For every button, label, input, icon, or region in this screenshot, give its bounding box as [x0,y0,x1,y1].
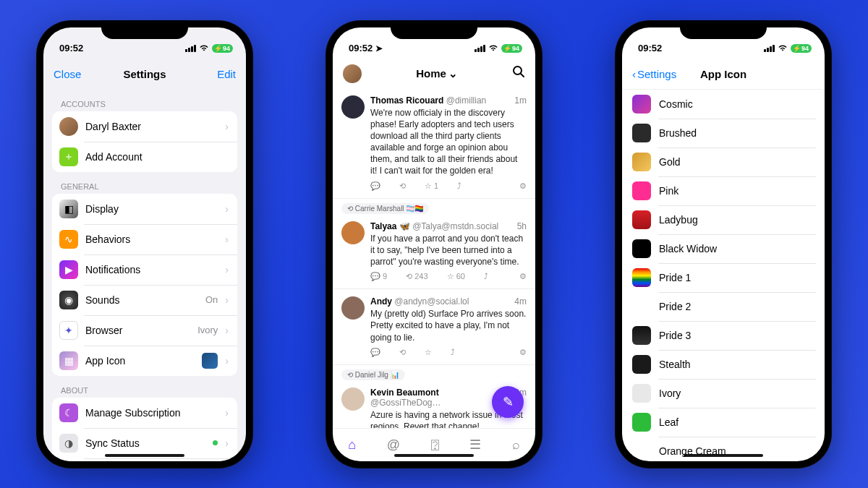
behaviors-row[interactable]: ∿ Behaviors › [52,224,237,254]
icon-list[interactable]: Cosmic Brushed Gold Pink Ladybug Black W… [622,90,825,461]
tab-home[interactable]: ⌂ [348,437,356,453]
row-label: Sync Status [85,437,205,449]
row-label: Behaviors [85,234,218,245]
reply-button[interactable]: 💬 [370,181,380,191]
post[interactable]: 5h Talyaa 🦋 @Talya@mstdn.social If you h… [333,214,535,290]
chevron-icon: › [225,325,229,336]
icon-option[interactable]: Orange Cream [631,437,816,461]
icon-option[interactable]: Pride 3 [631,321,816,350]
tab-search[interactable]: ⌕ [512,437,520,453]
share-button[interactable]: ⤴ [457,181,461,191]
fav-button[interactable]: ☆ [425,348,432,357]
post-handle: @GossiTheDog… [370,398,441,408]
boost-label: ⟲ Carrie Marshall 🏳️‍⚧️🏳️‍🌈 [341,203,429,214]
post-actions: 💬 9 ⟲ 243 ☆ 60 ⤴ ⚙ [370,272,527,281]
icon-option[interactable]: Pride 2 [631,292,816,321]
post[interactable]: 1m Thomas Ricouard @dimillian We're now … [333,88,535,199]
nav-bar: Close Settings Edit [43,59,246,90]
feed-title[interactable]: Home⌄ [416,67,458,80]
home-indicator[interactable] [684,454,763,457]
share-button[interactable]: ⤴ [484,272,488,281]
post-author[interactable]: Andy [370,296,392,307]
share-button[interactable]: ⤴ [451,348,455,357]
sounds-row[interactable]: ◉ Sounds On › [52,285,237,315]
icon-option[interactable]: Brushed [631,119,816,147]
tab-lists[interactable]: ☰ [469,437,481,453]
display-row[interactable]: ◧ Display › [52,194,237,224]
tab-profile[interactable]: ⍰ [431,437,439,453]
icon-option[interactable]: Gold [631,147,816,176]
more-button[interactable]: ⚙ [519,272,527,281]
row-detail: Ivory [197,325,218,335]
post-author[interactable]: Talyaa 🦋 [370,221,410,231]
post-author[interactable]: Thomas Ricouard [370,95,443,106]
row-label: App Icon [85,355,195,367]
post-time: 1m [514,95,527,106]
icon-option[interactable]: Black Widow [631,234,816,263]
post-text: My (pretty old) Surface Pro arrives soon… [370,308,527,343]
post-text: We're now officialy in the discovery pha… [370,107,527,177]
reply-button[interactable]: 💬 [370,348,380,357]
compose-button[interactable]: ✎ [492,386,524,418]
home-indicator[interactable] [394,454,474,457]
post-handle: @Talya@mstdn.social [412,221,498,231]
edit-button[interactable]: Edit [217,68,236,80]
signal-icon [475,45,485,52]
add-account-row[interactable]: ＋ Add Account [52,142,237,172]
fav-button[interactable]: ☆ 1 [425,181,438,191]
boost-label: ⟲ Daniel Jilg 📊 [341,369,405,380]
icon-option[interactable]: Cosmic [631,90,816,119]
icon-label: Pink [659,185,678,197]
icon-option[interactable]: Pride 1 [631,263,816,292]
back-button[interactable]: ‹Settings [632,68,676,80]
row-label: Notifications [85,264,218,275]
appicon-icon: ▦ [59,351,78,370]
more-button[interactable]: ⚙ [519,181,527,191]
browser-row[interactable]: ✦ Browser Ivory › [52,315,237,346]
post-handle: @dimillian [446,95,487,106]
boost-button[interactable]: ⟲ [399,181,406,191]
chevron-icon: › [225,121,229,132]
display-icon: ◧ [59,200,78,218]
support-row[interactable]: ✧ Support › [52,458,237,461]
account-name: Daryl Baxter [85,121,218,132]
avatar[interactable] [341,388,365,411]
icon-label: Leaf [659,416,678,428]
reply-button[interactable]: 💬 9 [370,272,387,281]
row-label: Display [85,203,218,215]
fav-button[interactable]: ☆ 60 [447,272,465,281]
post-author[interactable]: Kevin Beaumont [370,388,439,398]
tab-mentions[interactable]: @ [387,437,400,453]
notch [391,20,477,39]
close-button[interactable]: Close [54,68,81,80]
avatar[interactable] [341,221,365,244]
behaviors-icon: ∿ [59,230,78,249]
boost-button[interactable]: ⟲ 243 [406,272,427,281]
icon-preview [632,297,651,316]
icon-option[interactable]: Ivory [631,379,816,408]
account-row[interactable]: Daryl Baxter › [52,111,237,142]
feed[interactable]: 1m Thomas Ricouard @dimillian We're now … [333,88,535,428]
avatar[interactable] [341,296,365,320]
appicon-row[interactable]: ▦ App Icon › [52,346,237,376]
home-indicator[interactable] [105,454,184,457]
avatar [59,117,78,136]
icon-label: Ladybug [659,214,698,226]
search-button[interactable] [512,65,525,82]
icon-option[interactable]: Pink [631,176,816,205]
icon-option[interactable]: Leaf [631,408,816,437]
avatar[interactable] [341,95,365,119]
boost-button[interactable]: ⟲ [399,348,406,357]
icon-label: Stealth [659,359,691,370]
icon-option[interactable]: Stealth [631,350,816,379]
avatar-button[interactable] [343,64,362,83]
row-detail: On [205,294,218,305]
icon-option[interactable]: Ladybug [631,205,816,234]
clock: 09:52 [349,43,373,53]
more-button[interactable]: ⚙ [519,348,527,357]
manage-sub-row[interactable]: ☾ Manage Subscription › [52,398,237,428]
post[interactable]: 4m Andy @andyn@social.lol My (pretty old… [333,289,535,365]
notifications-row[interactable]: ▶ Notifications › [52,254,237,285]
icon-preview [632,239,651,258]
post-handle: @andyn@social.lol [394,296,469,307]
